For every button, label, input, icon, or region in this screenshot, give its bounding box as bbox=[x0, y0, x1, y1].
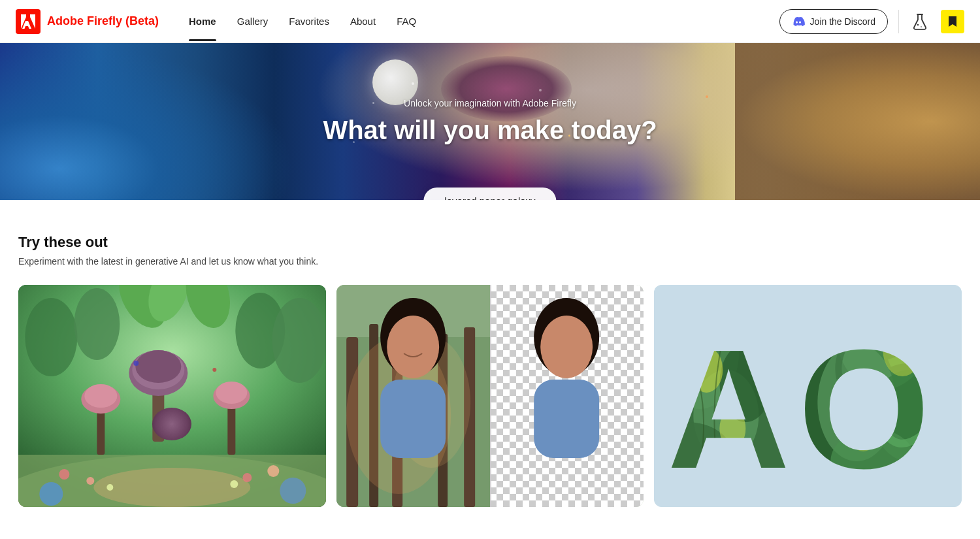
svg-point-5 bbox=[74, 288, 120, 360]
svg-point-44 bbox=[387, 316, 439, 378]
particle-1 bbox=[412, 82, 414, 85]
svg-rect-48 bbox=[534, 380, 599, 458]
svg-point-1 bbox=[917, 24, 919, 25]
svg-text:A: A bbox=[668, 314, 791, 504]
card-2-divider bbox=[490, 285, 491, 507]
discord-icon bbox=[792, 15, 805, 28]
particle-7 bbox=[706, 95, 708, 98]
hero-banner: Unlock your imagination with Adobe Firef… bbox=[0, 43, 980, 200]
header-divider bbox=[898, 10, 899, 33]
nav-home[interactable]: Home bbox=[180, 10, 225, 32]
svg-point-20 bbox=[84, 384, 117, 408]
svg-point-24 bbox=[59, 469, 69, 480]
svg-point-31 bbox=[280, 478, 306, 504]
nav-about[interactable]: About bbox=[341, 10, 385, 32]
svg-point-33 bbox=[212, 368, 216, 372]
svg-point-29 bbox=[230, 480, 238, 488]
svg-point-4 bbox=[25, 298, 77, 376]
main-content: Try these out Experiment with the latest… bbox=[0, 200, 980, 528]
bookmark-button[interactable] bbox=[941, 10, 964, 33]
hero-prompt-pill[interactable]: layered paper galaxy bbox=[423, 188, 556, 200]
nav-favorites[interactable]: Favorites bbox=[280, 10, 338, 32]
bookmark-icon bbox=[947, 15, 958, 28]
svg-point-25 bbox=[86, 477, 94, 485]
flask-icon bbox=[913, 13, 927, 30]
header-actions: Join the Discord bbox=[779, 9, 964, 34]
svg-point-27 bbox=[267, 465, 279, 477]
card-2-person-svg bbox=[490, 285, 644, 507]
card-background-removal[interactable] bbox=[336, 285, 644, 507]
svg-point-2 bbox=[921, 26, 922, 27]
card-2-checker-bg bbox=[490, 285, 644, 507]
discord-button-label: Join the Discord bbox=[810, 16, 875, 27]
svg-point-7 bbox=[272, 298, 325, 383]
card-2-forest-svg bbox=[336, 285, 490, 507]
flask-button[interactable] bbox=[909, 11, 930, 32]
main-nav: Home Gallery Favorites About FAQ bbox=[180, 10, 779, 32]
svg-text:O: O bbox=[798, 314, 930, 504]
card-1-image bbox=[18, 285, 326, 507]
nav-gallery[interactable]: Gallery bbox=[228, 10, 278, 32]
svg-point-13 bbox=[93, 468, 250, 507]
card-3-image: A O bbox=[654, 285, 962, 507]
svg-point-17 bbox=[135, 350, 181, 383]
nav-faq[interactable]: FAQ bbox=[387, 10, 425, 32]
section-subtitle: Experiment with the latest in generative… bbox=[18, 256, 962, 267]
hero-title: What will you make today? bbox=[294, 115, 686, 145]
svg-point-47 bbox=[540, 316, 593, 378]
logo-area[interactable]: Adobe Firefly (Beta) bbox=[16, 9, 159, 34]
svg-point-23 bbox=[216, 382, 247, 404]
brand-name: Adobe Firefly (Beta) bbox=[47, 14, 159, 28]
svg-rect-45 bbox=[380, 380, 446, 458]
adobe-logo-icon bbox=[16, 9, 41, 34]
hero-brown-blob bbox=[735, 43, 980, 200]
card-text-effects[interactable]: A O bbox=[654, 285, 962, 507]
hero-blue-wave bbox=[0, 43, 294, 200]
hero-text-block: Unlock your imagination with Adobe Firef… bbox=[294, 98, 686, 145]
svg-point-32 bbox=[133, 361, 139, 366]
svg-point-28 bbox=[106, 484, 113, 491]
svg-point-26 bbox=[242, 473, 252, 482]
discord-button[interactable]: Join the Discord bbox=[779, 9, 888, 34]
particle-5 bbox=[539, 89, 542, 91]
section-title: Try these out bbox=[18, 234, 962, 251]
hero-subtitle: Unlock your imagination with Adobe Firef… bbox=[294, 98, 686, 108]
hero-prompt-text: layered paper galaxy bbox=[444, 195, 535, 200]
app-header: Adobe Firefly (Beta) Home Gallery Favori… bbox=[0, 0, 980, 43]
card-grid: A O bbox=[18, 285, 962, 507]
svg-point-30 bbox=[39, 482, 63, 506]
card-2-forest-bg bbox=[336, 285, 490, 507]
card-fantasy-garden[interactable] bbox=[18, 285, 326, 507]
